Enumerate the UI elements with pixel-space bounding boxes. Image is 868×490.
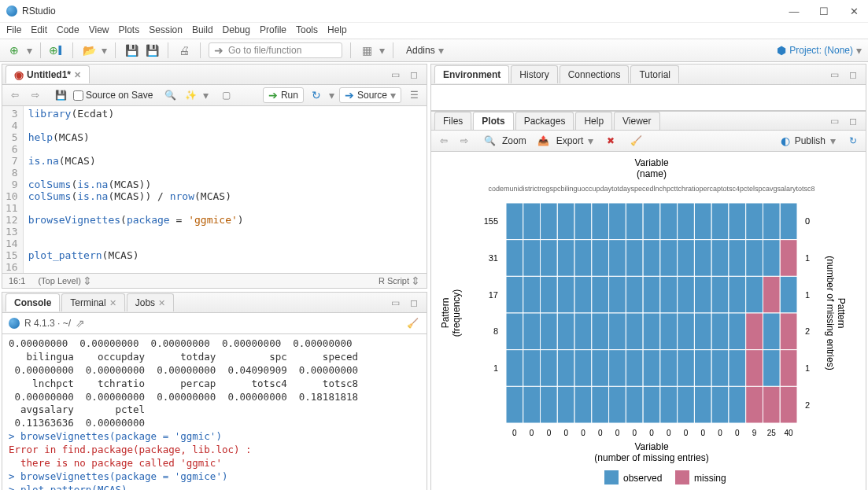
grid-icon[interactable]: ▦ <box>359 42 375 58</box>
dropdown-icon[interactable]: ▾ <box>27 45 32 56</box>
publish-label[interactable]: Publish <box>795 135 826 146</box>
menu-profile[interactable]: Profile <box>260 24 286 35</box>
source-tab[interactable]: ◉ Untitled1* ✕ <box>6 65 90 83</box>
close-tab-icon[interactable]: ✕ <box>74 70 81 80</box>
publish-icon[interactable]: ◐ <box>781 135 790 146</box>
plot-prev-icon[interactable]: ⇦ <box>436 133 452 149</box>
remove-plot-icon[interactable]: ✖ <box>603 133 619 149</box>
forward-icon[interactable]: ⇨ <box>28 87 43 103</box>
tab-plots[interactable]: Plots <box>473 112 513 130</box>
tab-console[interactable]: Console <box>6 293 60 311</box>
rerun-icon[interactable]: ↻ <box>308 87 324 103</box>
maximize-pane-icon[interactable]: ◻ <box>845 113 861 129</box>
popout-icon[interactable]: ⇗ <box>76 318 85 329</box>
maximize-pane-icon[interactable]: ◻ <box>406 67 422 83</box>
menu-build[interactable]: Build <box>192 24 213 35</box>
new-project-button[interactable]: ⊕▌ <box>49 42 65 58</box>
refresh-plot-icon[interactable]: ↻ <box>845 133 861 149</box>
svg-text:(name): (name) <box>637 168 667 179</box>
scope-indicator[interactable]: (Top Level) <box>38 276 80 286</box>
menu-edit[interactable]: Edit <box>31 24 47 35</box>
dropdown-icon[interactable]: ⇕ <box>83 275 92 286</box>
collapse-pane-icon[interactable]: ▭ <box>826 67 842 83</box>
project-indicator[interactable]: ⬢ Project: (None) ▾ <box>777 45 862 56</box>
close-button[interactable]: ✕ <box>846 3 862 19</box>
tab-jobs[interactable]: Jobs✕ <box>127 293 174 311</box>
new-file-button[interactable]: ⊕ <box>6 42 22 58</box>
tab-packages[interactable]: Packages <box>515 112 574 130</box>
menu-debug[interactable]: Debug <box>223 24 250 35</box>
wand-icon[interactable]: ✨ <box>183 87 198 103</box>
back-icon[interactable]: ⇦ <box>7 87 23 103</box>
svg-rect-55 <box>746 276 763 313</box>
menu-plots[interactable]: Plots <box>119 24 140 35</box>
export-label[interactable]: Export <box>556 135 584 146</box>
source-on-save-checkbox[interactable]: Source on Save <box>73 90 153 101</box>
save-source-button[interactable]: 💾 <box>53 87 68 103</box>
dropdown-icon[interactable]: ▾ <box>588 135 593 146</box>
tab-terminal[interactable]: Terminal✕ <box>61 293 124 311</box>
menu-view[interactable]: View <box>89 24 109 35</box>
print-button[interactable]: 🖨 <box>176 42 192 58</box>
maximize-pane-icon[interactable]: ◻ <box>406 295 422 311</box>
tab-files[interactable]: Files <box>434 112 471 130</box>
close-tab-icon[interactable]: ✕ <box>109 298 116 308</box>
plot-next-icon[interactable]: ⇨ <box>456 133 472 149</box>
svg-text:0: 0 <box>547 429 552 437</box>
collapse-pane-icon[interactable]: ▭ <box>826 113 842 129</box>
menu-file[interactable]: File <box>6 24 21 35</box>
menu-code[interactable]: Code <box>57 24 79 35</box>
open-file-button[interactable]: 📂 <box>81 42 97 58</box>
file-type-label[interactable]: R Script <box>379 276 409 286</box>
dropdown-icon[interactable]: ⇕ <box>411 275 420 286</box>
goto-file-input[interactable]: ➜ Go to file/function <box>209 42 342 58</box>
menu-session[interactable]: Session <box>149 24 183 35</box>
clear-console-icon[interactable]: 🧹 <box>404 315 420 331</box>
zoom-label[interactable]: Zoom <box>502 135 526 146</box>
svg-rect-15 <box>643 203 660 240</box>
menu-help[interactable]: Help <box>327 24 347 35</box>
code-editor[interactable]: 345678910111213141516 library(Ecdat) hel… <box>2 106 427 273</box>
maximize-pane-icon[interactable]: ◻ <box>845 67 861 83</box>
zoom-icon[interactable]: 🔍 <box>482 133 497 149</box>
svg-rect-31 <box>626 240 643 277</box>
dropdown-icon[interactable]: ▾ <box>379 45 385 56</box>
svg-rect-39 <box>763 240 780 277</box>
tab-viewer[interactable]: Viewer <box>614 112 659 130</box>
clear-all-icon[interactable]: 🧹 <box>628 133 644 149</box>
source-on-save-input[interactable] <box>73 90 83 101</box>
console-output[interactable]: 0.00000000 0.00000000 0.00000000 0.00000… <box>2 334 427 490</box>
tab-help[interactable]: Help <box>575 112 612 130</box>
tab-tutorial[interactable]: Tutorial <box>630 65 679 83</box>
tab-connections[interactable]: Connections <box>560 65 630 83</box>
collapse-pane-icon[interactable]: ▭ <box>387 295 403 311</box>
menu-tools[interactable]: Tools <box>296 24 318 35</box>
dropdown-icon[interactable]: ▾ <box>203 90 209 101</box>
svg-rect-141 <box>675 470 689 484</box>
svg-text:155: 155 <box>484 216 498 226</box>
svg-rect-50 <box>660 276 678 313</box>
svg-rect-42 <box>523 276 541 313</box>
save-all-button[interactable]: 💾 <box>144 42 160 58</box>
find-icon[interactable]: 🔍 <box>162 87 178 103</box>
save-button[interactable]: 💾 <box>124 42 139 58</box>
outline-icon[interactable]: ☰ <box>406 87 422 103</box>
source-button[interactable]: ➔ Source ▾ <box>339 87 401 103</box>
dropdown-icon[interactable]: ▾ <box>329 90 334 101</box>
collapse-pane-icon[interactable]: ▭ <box>387 67 403 83</box>
run-button[interactable]: ➔ Run <box>263 87 304 103</box>
close-tab-icon[interactable]: ✕ <box>158 298 165 308</box>
svg-text:Pattern: Pattern <box>836 298 847 329</box>
addins-menu[interactable]: Addins ▾ <box>401 43 449 57</box>
compile-report-icon[interactable]: ▢ <box>218 87 234 103</box>
minimize-button[interactable]: ― <box>786 3 802 19</box>
environment-pane: Environment History Connections Tutorial… <box>430 64 866 111</box>
svg-rect-44 <box>557 276 574 313</box>
svg-rect-51 <box>678 276 695 313</box>
tab-history[interactable]: History <box>511 65 557 83</box>
dropdown-icon[interactable]: ▾ <box>102 45 107 56</box>
tab-environment[interactable]: Environment <box>434 65 509 83</box>
maximize-button[interactable]: ☐ <box>816 3 832 19</box>
export-icon[interactable]: 📤 <box>536 133 552 149</box>
dropdown-icon[interactable]: ▾ <box>830 135 836 146</box>
